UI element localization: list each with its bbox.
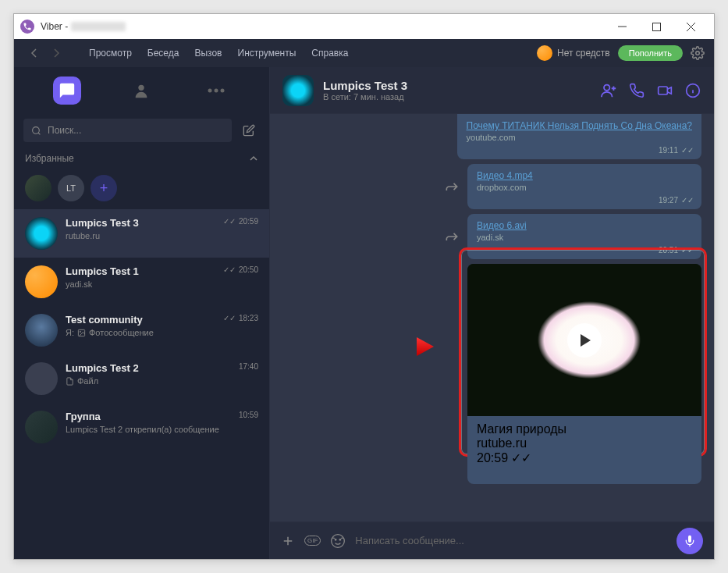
- chat-list-item[interactable]: Lumpics Test 2 Файл 17:40: [14, 354, 269, 403]
- svg-point-9: [604, 84, 609, 90]
- chat-list: Lumpics Test 3 rutube.ru ✓✓20:59 Lumpics…: [14, 209, 269, 559]
- chat-preview: yadi.sk: [66, 279, 215, 289]
- forward-button[interactable]: [444, 179, 460, 194]
- compose-button[interactable]: [238, 119, 260, 141]
- favorites-row: LT +: [14, 170, 269, 209]
- play-icon: [567, 323, 602, 358]
- message-bubble[interactable]: Почему ТИТАНИК Нельзя Поднять Со Дна Оке…: [457, 114, 701, 159]
- forward-button[interactable]: [444, 229, 460, 244]
- favorites-header[interactable]: Избранные: [14, 147, 269, 170]
- svg-point-1: [696, 52, 700, 55]
- chevron-up-icon: [249, 154, 258, 163]
- sidebar-tabs: [14, 67, 269, 114]
- video-call-button[interactable]: [656, 82, 673, 99]
- message-time: 20:59 ✓✓: [477, 450, 692, 465]
- menu-tools[interactable]: Инструменты: [230, 48, 304, 59]
- photo-icon: [77, 329, 86, 337]
- close-button[interactable]: [673, 15, 708, 38]
- svg-rect-0: [652, 23, 660, 30]
- avatar: [25, 411, 58, 443]
- chat-list-item[interactable]: Test community Я: Фотосообщение ✓✓18:23: [14, 306, 269, 354]
- message-link[interactable]: Видео 4.mp4: [477, 170, 692, 181]
- message-time: 19:27 ✓✓: [659, 196, 694, 205]
- favorite-avatar[interactable]: LT: [58, 175, 84, 201]
- minimize-button[interactable]: [605, 15, 639, 38]
- svg-rect-10: [659, 87, 668, 94]
- chat-avatar[interactable]: [282, 75, 314, 106]
- toolbar: Просмотр Беседа Вызов Инструменты Справк…: [14, 39, 714, 67]
- chat-time: 20:50: [239, 265, 258, 274]
- message-time: 19:11 ✓✓: [659, 146, 694, 155]
- chat-list-item[interactable]: Lumpics Test 1 yadi.sk ✓✓20:50: [14, 258, 269, 306]
- add-participant-button[interactable]: [600, 82, 617, 99]
- svg-point-12: [332, 534, 345, 547]
- tab-chats[interactable]: [53, 77, 81, 105]
- chat-preview: rutube.ru: [66, 231, 215, 240]
- gif-button[interactable]: GIF: [304, 536, 321, 546]
- svg-point-2: [139, 85, 144, 91]
- message-row: Видео 6.avi yadi.sk 20:51 ✓✓: [282, 214, 701, 259]
- app-window: Viber - Просмотр Беседа Вызов Инструмент…: [13, 13, 715, 560]
- chat-name: Test community: [66, 314, 215, 326]
- chat-list-item[interactable]: Lumpics Test 3 rutube.ru ✓✓20:59: [14, 209, 269, 258]
- maximize-button[interactable]: [639, 15, 673, 38]
- chat-list-item[interactable]: Группа Lumpics Test 2 открепил(а) сообще…: [14, 403, 269, 451]
- menu-call[interactable]: Вызов: [186, 48, 229, 59]
- messages-area: Почему ТИТАНИК Нельзя Поднять Со Дна Оке…: [270, 114, 714, 521]
- read-check-icon: ✓✓: [223, 217, 236, 226]
- read-check-icon: ✓✓: [681, 246, 694, 254]
- search-icon: [31, 126, 41, 136]
- nav-back-button[interactable]: [25, 44, 44, 62]
- svg-point-5: [221, 89, 225, 93]
- message-row: Почему ТИТАНИК Нельзя Поднять Со Дна Оке…: [282, 119, 701, 159]
- chat-panel: Lumpics Test 3 В сети: 7 мин. назад Поче…: [270, 67, 714, 559]
- message-bubble[interactable]: Видео 6.avi yadi.sk 20:51 ✓✓: [467, 214, 701, 259]
- favorite-avatar[interactable]: [25, 175, 51, 201]
- message-time: 20:51 ✓✓: [659, 246, 694, 254]
- message-input[interactable]: Написать сообщение...: [355, 535, 667, 546]
- read-check-icon: ✓✓: [681, 146, 694, 155]
- link-preview[interactable]: Магия природы rutube.ru 20:59 ✓✓: [467, 264, 701, 484]
- chat-name: Lumpics Test 3: [66, 217, 215, 229]
- message-link[interactable]: Почему ТИТАНИК Нельзя Поднять Со Дна Оке…: [467, 120, 692, 131]
- voice-message-button[interactable]: [677, 528, 703, 554]
- viber-icon: [20, 20, 34, 34]
- svg-point-6: [33, 126, 40, 133]
- message-link[interactable]: Видео 6.avi: [477, 220, 692, 231]
- message-source: youtube.com: [467, 133, 692, 142]
- svg-point-13: [336, 539, 337, 540]
- nav-forward-button[interactable]: [47, 44, 66, 62]
- composer: GIF Написать сообщение...: [270, 521, 714, 559]
- chat-time: 10:59: [239, 411, 258, 419]
- message-row: Магия природы rutube.ru 20:59 ✓✓: [282, 264, 701, 484]
- message-link[interactable]: Магия природы: [477, 422, 692, 436]
- menu-chat[interactable]: Беседа: [140, 48, 187, 59]
- menu-view[interactable]: Просмотр: [81, 48, 140, 59]
- avatar: [25, 217, 58, 250]
- read-check-icon: ✓✓: [223, 265, 236, 274]
- chat-preview: Файл: [66, 376, 231, 386]
- message-bubble[interactable]: Видео 4.mp4 dropbox.com 19:27 ✓✓: [467, 164, 701, 209]
- attach-button[interactable]: [281, 534, 295, 548]
- message-source: rutube.ru: [477, 436, 692, 450]
- chat-time: 17:40: [239, 362, 258, 371]
- settings-button[interactable]: [691, 46, 705, 60]
- menu-help[interactable]: Справка: [304, 48, 356, 59]
- tab-contacts[interactable]: [127, 77, 155, 105]
- svg-point-3: [208, 89, 212, 93]
- sticker-button[interactable]: [330, 533, 346, 549]
- message-source: dropbox.com: [477, 183, 692, 192]
- balance-indicator[interactable]: Нет средств: [537, 45, 610, 61]
- chat-time: 18:23: [239, 314, 258, 322]
- preview-thumbnail[interactable]: [467, 264, 701, 416]
- tab-more[interactable]: [202, 77, 230, 105]
- topup-button[interactable]: Пополнить: [618, 45, 683, 61]
- read-check-icon: ✓✓: [681, 196, 694, 205]
- audio-call-button[interactable]: [628, 82, 645, 99]
- add-favorite-button[interactable]: +: [91, 175, 117, 201]
- file-icon: [66, 377, 74, 386]
- sidebar: Поиск... Избранные LT + Lumpics Test 3 r…: [14, 67, 270, 559]
- search-input[interactable]: Поиск...: [23, 119, 232, 142]
- svg-point-4: [215, 89, 218, 93]
- chat-info-button[interactable]: [684, 82, 701, 99]
